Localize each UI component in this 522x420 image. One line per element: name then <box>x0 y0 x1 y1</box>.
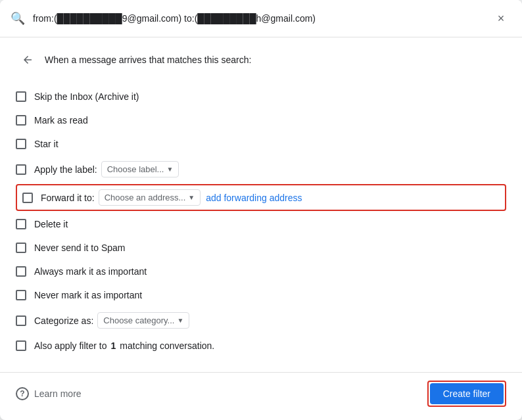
label-mark-as-read: Mark as read <box>34 115 88 126</box>
option-apply-label: Apply the label: Choose label... ▼ <box>16 156 506 183</box>
create-filter-button[interactable]: Create filter <box>430 383 504 404</box>
search-icon: 🔍 <box>11 11 25 26</box>
checkbox-always-important[interactable] <box>16 266 26 277</box>
option-skip-inbox: Skip the Inbox (Archive it) <box>16 85 506 108</box>
option-star-it: Star it <box>16 132 506 156</box>
dialog-footer: ? Learn more Create filter <box>0 372 522 420</box>
checkbox-never-important[interactable] <box>16 290 26 300</box>
learn-more-text: Learn more <box>34 388 82 399</box>
label-apply-label: Apply the label: Choose label... ▼ <box>34 161 179 177</box>
add-forwarding-link[interactable]: add forwarding address <box>206 193 302 203</box>
option-forward-it: Forward it to: Choose an address... ▼ ad… <box>16 184 506 211</box>
learn-more-row[interactable]: ? Learn more <box>16 387 82 400</box>
dialog-content: When a message arrives that matches this… <box>0 37 522 372</box>
label-categorize-as: Categorize as: Choose category... ▼ <box>34 312 189 329</box>
checkbox-skip-inbox[interactable] <box>16 91 26 102</box>
label-forward-it: Forward it to: Choose an address... ▼ <box>41 189 201 206</box>
checkbox-never-spam[interactable] <box>16 243 26 253</box>
instruction-text: When a message arrives that matches this… <box>45 55 251 65</box>
back-row: When a message arrives that matches this… <box>16 48 506 72</box>
option-mark-as-read: Mark as read <box>16 108 506 132</box>
option-also-apply: Also apply filter to 1 matching conversa… <box>16 334 506 358</box>
close-button[interactable]: × <box>490 8 511 29</box>
search-query-text: from:(██████████9@gmail.com) to:(███████… <box>33 13 490 24</box>
checkbox-delete-it[interactable] <box>16 219 26 229</box>
checkbox-mark-as-read[interactable] <box>16 115 26 126</box>
option-categorize-as: Categorize as: Choose category... ▼ <box>16 307 506 334</box>
label-skip-inbox: Skip the Inbox (Archive it) <box>34 91 139 102</box>
label-dropdown[interactable]: Choose label... ▼ <box>101 161 179 177</box>
option-never-spam: Never send it to Spam <box>16 236 506 260</box>
chevron-down-icon: ▼ <box>177 317 183 324</box>
help-icon: ? <box>16 387 29 400</box>
label-also-apply: Also apply filter to 1 matching conversa… <box>34 340 214 351</box>
filter-dialog: 🔍 from:(██████████9@gmail.com) to:(█████… <box>0 0 522 420</box>
label-never-important: Never mark it as important <box>34 290 142 300</box>
checkbox-forward-it[interactable] <box>22 193 33 203</box>
checkbox-also-apply[interactable] <box>16 340 26 351</box>
create-filter-button-wrapper: Create filter <box>427 381 506 407</box>
back-button[interactable] <box>16 48 39 72</box>
forwarding-address-dropdown[interactable]: Choose an address... ▼ <box>99 189 201 206</box>
checkbox-categorize-as[interactable] <box>16 315 26 326</box>
checkbox-star-it[interactable] <box>16 139 26 149</box>
label-star-it: Star it <box>34 139 59 149</box>
dialog-header: 🔍 from:(██████████9@gmail.com) to:(█████… <box>0 0 522 37</box>
chevron-down-icon: ▼ <box>166 166 173 173</box>
label-delete-it: Delete it <box>34 219 68 229</box>
checkbox-apply-label[interactable] <box>16 164 26 175</box>
option-always-important: Always mark it as important <box>16 260 506 283</box>
option-delete-it: Delete it <box>16 212 506 236</box>
option-never-important: Never mark it as important <box>16 283 506 307</box>
label-always-important: Always mark it as important <box>34 266 147 277</box>
chevron-down-icon: ▼ <box>188 194 195 201</box>
category-dropdown[interactable]: Choose category... ▼ <box>97 312 189 329</box>
label-never-spam: Never send it to Spam <box>34 243 126 253</box>
